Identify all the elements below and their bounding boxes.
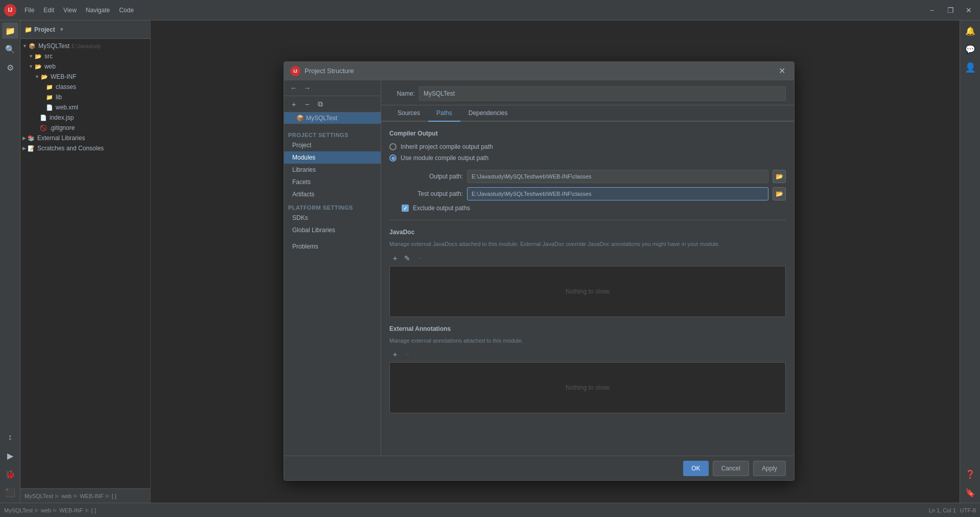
tree-label-scratches: Scratches and Consoles: [37, 145, 104, 152]
output-path-browse-button[interactable]: 📂: [773, 170, 786, 183]
menu-view[interactable]: View: [59, 5, 81, 16]
status-encoding: UTF-8: [960, 507, 976, 513]
project-view-icon[interactable]: 📁: [2, 23, 18, 39]
bottom-bar-text: MySQLTest: [25, 493, 53, 499]
tree-item-webxml[interactable]: ▶ 📄 web.xml: [20, 102, 150, 113]
test-output-path-browse-button[interactable]: 📂: [773, 187, 786, 200]
menu-code[interactable]: Code: [115, 5, 138, 16]
run-icon[interactable]: ▶: [2, 447, 18, 464]
radio-inherit-circle: [389, 143, 396, 150]
maximize-button[interactable]: ❐: [943, 3, 958, 17]
output-path-row: Output path: 📂: [402, 170, 786, 183]
platform-settings-section-label: Platform Settings: [284, 200, 381, 212]
project-settings-section-label: Project Settings: [284, 128, 381, 139]
name-input[interactable]: [419, 86, 786, 101]
git-icon[interactable]: ↕: [2, 429, 18, 445]
debug-icon[interactable]: 🐞: [2, 466, 18, 482]
settings-icon[interactable]: ⚙: [2, 59, 18, 76]
menu-navigate[interactable]: Navigate: [82, 5, 114, 16]
editor-area: IJ Project Structure ✕ ← → +: [151, 20, 960, 503]
status-item-3: WEB-INF: [59, 507, 83, 513]
project-structure-dialog: IJ Project Structure ✕ ← → +: [284, 61, 795, 481]
dialog-nav-toolbar: + − ⧉: [284, 96, 381, 113]
cancel-button[interactable]: Cancel: [713, 461, 749, 476]
chat-icon[interactable]: 💬: [962, 41, 978, 57]
terminal-icon[interactable]: ⬛: [2, 484, 18, 501]
tab-dependencies[interactable]: Dependencies: [460, 105, 516, 122]
tree-label-src: src: [44, 53, 53, 60]
nav-item-global-libraries[interactable]: Global Libraries: [284, 224, 381, 236]
tree-item-webinf[interactable]: ▼ 📂 WEB-INF: [20, 72, 150, 82]
output-path-input[interactable]: [467, 170, 768, 183]
menu-file[interactable]: File: [20, 5, 38, 16]
ext-ann-remove-button[interactable]: −: [402, 349, 413, 360]
notifications-icon[interactable]: 🔔: [962, 23, 978, 39]
tree-item-mysqltest[interactable]: ▼ 📦 MySQLTest E:\Javastudy: [20, 41, 150, 51]
bookmark-icon[interactable]: 🔖: [962, 484, 978, 501]
project-header[interactable]: 📁 Project ▼: [20, 20, 150, 39]
dialog-body: ← → + − ⧉ 📦 MySQLTest: [284, 80, 794, 456]
tree-label-mysqltest: MySQLTest: [38, 42, 69, 50]
dialog-nav-module-item-mysqltest[interactable]: 📦 MySQLTest: [284, 113, 381, 124]
tree-label-gitignore: .gitignore: [50, 124, 75, 131]
javadoc-add-button[interactable]: +: [389, 253, 401, 264]
exclude-output-paths-checkbox[interactable]: [402, 205, 409, 212]
nav-item-sdks[interactable]: SDKs: [284, 212, 381, 224]
tree-item-external-libraries[interactable]: ▶ 📚 External Libraries: [20, 133, 150, 143]
bottom-bar-web: web: [61, 493, 72, 499]
status-item-1: MySQLTest: [4, 507, 33, 513]
ext-ann-empty-text: Nothing to show: [566, 384, 610, 391]
tree-item-src[interactable]: ▼ 📂 src: [20, 51, 150, 61]
close-button[interactable]: ✕: [962, 3, 976, 17]
tree-item-scratches[interactable]: ▶ 📝 Scratches and Consoles: [20, 143, 150, 153]
javadoc-edit-button[interactable]: ✎: [402, 253, 413, 264]
status-breadcrumb: MySQLTest ▶ web ▶ WEB-INF ▶ [ ]: [4, 507, 96, 513]
exclude-output-paths-label: Exclude output paths: [413, 205, 470, 212]
nav-forward-button[interactable]: →: [301, 82, 313, 94]
nav-item-project[interactable]: Project: [284, 139, 381, 151]
radio-use-module[interactable]: Use module compile output path: [389, 154, 786, 162]
ext-ann-add-button[interactable]: +: [389, 349, 401, 360]
paths-tab-content: Compiler Output Inherit project compile …: [381, 122, 794, 456]
nav-item-problems[interactable]: Problems: [284, 240, 381, 253]
ok-button[interactable]: OK: [683, 461, 708, 476]
javadoc-section-title: JavaDoc: [389, 229, 786, 236]
nav-remove-button[interactable]: −: [301, 99, 313, 110]
minimize-button[interactable]: −: [925, 3, 939, 17]
exclude-output-paths-row: Exclude output paths: [402, 205, 786, 212]
nav-add-button[interactable]: +: [288, 99, 299, 110]
tree-label-lib: lib: [56, 94, 62, 101]
tree-item-classes[interactable]: ▶ 📁 classes: [20, 82, 150, 92]
tab-sources[interactable]: Sources: [389, 105, 428, 122]
tree-item-indexjsp[interactable]: ▶ 📄 index.jsp: [20, 113, 150, 123]
project-caret-icon: ▼: [59, 27, 64, 32]
tabs-bar: Sources Paths Dependencies: [381, 105, 794, 122]
nav-item-modules[interactable]: Modules: [284, 151, 381, 164]
status-bar: MySQLTest ▶ web ▶ WEB-INF ▶ [ ] Ln 1, Co…: [0, 503, 980, 517]
nav-item-libraries[interactable]: Libraries: [284, 164, 381, 176]
name-label: Name:: [389, 90, 415, 97]
tree-item-lib[interactable]: ▶ 📁 lib: [20, 92, 150, 102]
dialog-close-button[interactable]: ✕: [776, 65, 788, 77]
tab-paths[interactable]: Paths: [428, 105, 460, 122]
help-icon[interactable]: ❓: [962, 466, 978, 482]
tree-item-web[interactable]: ▼ 📂 web: [20, 61, 150, 72]
tree-item-gitignore[interactable]: ▶ 🚫 .gitignore: [20, 123, 150, 133]
output-path-label: Output path:: [402, 173, 463, 180]
module-nav-icon: 📦: [296, 115, 304, 122]
project-tree: ▼ 📦 MySQLTest E:\Javastudy ▼ 📂 src ▼ 📂 w…: [20, 39, 150, 488]
module-nav-label: MySQLTest: [306, 115, 337, 122]
nav-back-button[interactable]: ←: [288, 82, 299, 94]
nav-item-artifacts[interactable]: Artifacts: [284, 188, 381, 200]
javadoc-remove-button[interactable]: −: [414, 253, 425, 264]
menu-edit[interactable]: Edit: [39, 5, 58, 16]
test-output-path-row: Test output path: 📂: [402, 187, 786, 200]
radio-inherit[interactable]: Inherit project compile output path: [389, 143, 786, 150]
search-icon[interactable]: 🔍: [2, 41, 18, 57]
menu-bar: File Edit View Navigate Code: [20, 5, 138, 16]
apply-button[interactable]: Apply: [753, 461, 786, 476]
avatar-icon[interactable]: 👤: [962, 59, 978, 76]
nav-item-facets[interactable]: Facets: [284, 176, 381, 188]
nav-copy-button[interactable]: ⧉: [315, 99, 326, 110]
test-output-path-input[interactable]: [467, 187, 768, 200]
